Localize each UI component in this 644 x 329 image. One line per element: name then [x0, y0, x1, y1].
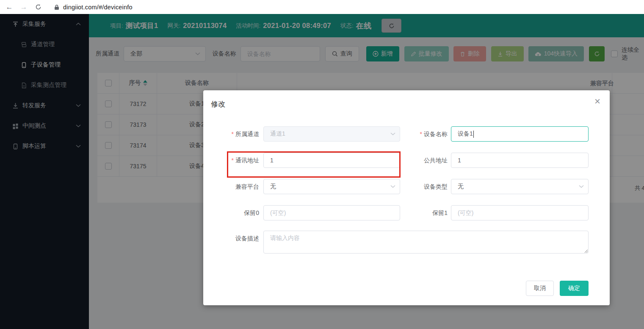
cancel-button[interactable]: 取消: [526, 281, 554, 296]
compat-select[interactable]: 无: [263, 179, 400, 194]
confirm-button[interactable]: 确定: [560, 281, 589, 296]
edit-device-modal: 修改 × *所属通道 通道1 *设备名称 设备1 *通讯地址 公共地址 兼容平台…: [203, 90, 610, 305]
reserve0-field-label: 保留0: [203, 205, 259, 220]
forward-icon[interactable]: →: [19, 2, 29, 12]
compat-field-label: 兼容平台: [203, 179, 259, 194]
required-asterisk: *: [232, 157, 234, 164]
channel-select-value: 通道1: [270, 130, 390, 138]
reserve1-field[interactable]: [451, 205, 589, 220]
reserve0-field[interactable]: [263, 205, 400, 220]
reserve1-field-label: 保留1: [392, 205, 448, 220]
dev-type-select-value: 无: [458, 183, 579, 190]
dev-type-select[interactable]: 无: [451, 179, 589, 194]
browser-chrome: ← → dingiiot.com/#/deviceinfo: [0, 0, 644, 14]
address-bar[interactable]: dingiiot.com/#/deviceinfo: [54, 4, 133, 11]
channel-select[interactable]: 通道1: [263, 126, 400, 142]
desc-field-label: 设备描述: [203, 231, 259, 246]
device-name-field-label: *设备名称: [392, 126, 448, 142]
modal-title: 修改: [211, 99, 225, 109]
app-root: 采集服务 通道管理 子设备管理 采集测点管理: [0, 14, 644, 329]
public-addr-field-label: 公共地址: [392, 153, 448, 168]
lock-icon: [54, 4, 59, 10]
text-cursor: [473, 131, 474, 138]
comm-addr-field-label: *通讯地址: [203, 153, 259, 168]
comm-addr-field[interactable]: [263, 153, 400, 168]
reload-icon[interactable]: [33, 2, 43, 12]
compat-select-value: 无: [270, 183, 390, 190]
url-text: dingiiot.com/#/deviceinfo: [63, 4, 133, 11]
device-name-field[interactable]: 设备1: [451, 126, 589, 142]
required-asterisk: *: [420, 131, 422, 137]
public-addr-field[interactable]: [451, 153, 589, 168]
close-icon[interactable]: ×: [594, 96, 600, 106]
device-name-value: 设备1: [458, 130, 473, 138]
chevron-down-icon: [579, 185, 584, 188]
back-icon[interactable]: ←: [4, 2, 14, 12]
required-asterisk: *: [232, 131, 234, 137]
dev-type-field-label: 设备类型: [392, 179, 448, 194]
channel-field-label: *所属通道: [203, 126, 259, 142]
desc-field[interactable]: [263, 231, 589, 254]
